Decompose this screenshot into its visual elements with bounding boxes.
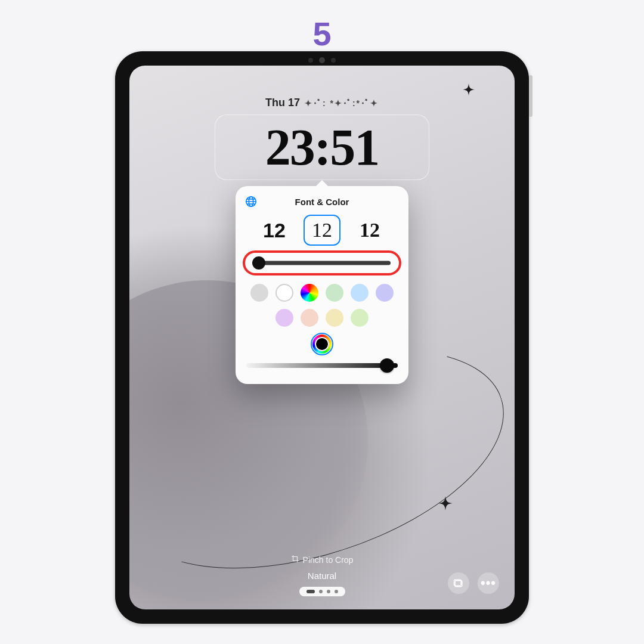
color-swatch[interactable] <box>301 309 318 327</box>
color-swatch[interactable] <box>275 284 293 302</box>
font-option-2[interactable]: 12 <box>351 215 388 246</box>
slider-thumb[interactable] <box>380 358 394 373</box>
color-swatch[interactable] <box>351 309 369 327</box>
lockscreen-time: 23:51 <box>265 117 379 177</box>
color-swatch[interactable] <box>326 309 343 327</box>
photos-button[interactable] <box>448 572 469 594</box>
color-swatches <box>244 284 400 353</box>
lockscreen-date-row[interactable]: Thu 17 ✦･ﾟ: *✦･ﾟ:*･ﾟ✦ <box>265 97 379 109</box>
page-dot[interactable] <box>327 590 330 593</box>
page-dot[interactable] <box>306 590 315 593</box>
globe-icon[interactable] <box>244 194 258 209</box>
color-swatch[interactable] <box>301 284 318 302</box>
font-options: 12 12 12 <box>244 215 400 246</box>
color-swatch[interactable] <box>326 284 343 302</box>
pinch-to-crop: Pinch to Crop <box>291 555 354 565</box>
screen: Thu 17 ✦･ﾟ: *✦･ﾟ:*･ﾟ✦ 23:51 Font & Color… <box>129 66 515 609</box>
filter-name[interactable]: Natural <box>308 571 336 581</box>
page-dot[interactable] <box>335 590 338 593</box>
slider-thumb[interactable] <box>252 256 265 270</box>
color-swatch-custom[interactable] <box>313 335 331 353</box>
page-indicator[interactable] <box>299 587 345 596</box>
font-option-0[interactable]: 12 <box>256 215 293 246</box>
annotation-highlight <box>243 250 401 275</box>
step-number: 5 <box>312 14 331 53</box>
power-button[interactable] <box>529 75 532 117</box>
color-value-slider[interactable] <box>246 359 398 372</box>
date-decoration: ✦･ﾟ: *✦･ﾟ:*･ﾟ✦ <box>305 98 379 108</box>
color-swatch[interactable] <box>376 284 394 302</box>
more-button[interactable]: ••• <box>478 572 499 594</box>
clock-box[interactable]: 23:51 <box>215 114 429 180</box>
font-color-popover: Font & Color 12 12 12 <box>236 186 408 384</box>
popover-title: Font & Color <box>295 197 349 207</box>
camera-strip <box>308 57 336 63</box>
font-option-1[interactable]: 12 <box>304 215 340 246</box>
sparkle-icon <box>434 496 457 520</box>
color-swatch[interactable] <box>250 284 268 302</box>
font-weight-slider[interactable] <box>250 256 394 270</box>
color-swatch[interactable] <box>275 309 293 327</box>
pinch-label: Pinch to Crop <box>303 555 354 565</box>
ipad-frame: Thu 17 ✦･ﾟ: *✦･ﾟ:*･ﾟ✦ 23:51 Font & Color… <box>115 51 529 624</box>
color-swatch[interactable] <box>351 284 369 302</box>
crop-icon <box>291 555 299 565</box>
lockscreen-date: Thu 17 <box>265 97 300 109</box>
sparkle-icon <box>459 83 479 104</box>
page-dot[interactable] <box>319 590 323 593</box>
more-icon: ••• <box>481 575 496 591</box>
